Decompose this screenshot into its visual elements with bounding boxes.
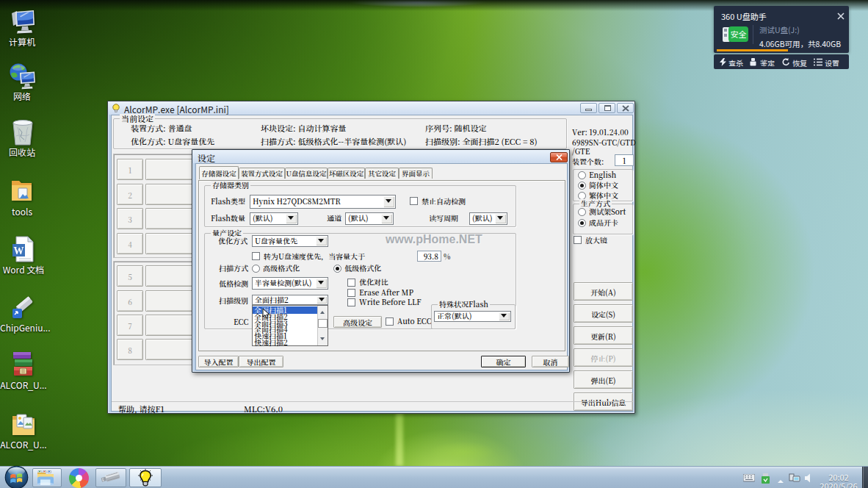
svg-text:W: W bbox=[14, 245, 24, 256]
